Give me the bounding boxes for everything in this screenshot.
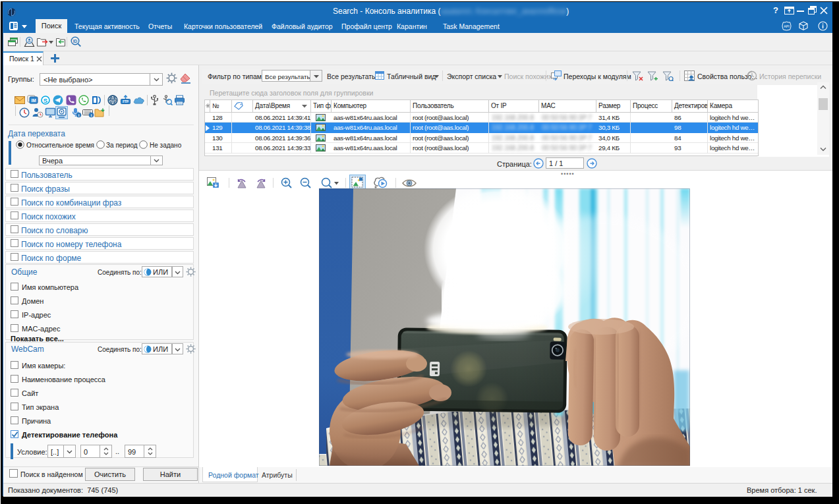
svg-text:FTP: FTP	[123, 100, 129, 103]
svg-text:ID: ID	[73, 38, 78, 43]
svg-text:HTTP: HTTP	[109, 99, 116, 101]
svg-text:API: API	[784, 24, 789, 28]
svg-text:IM: IM	[31, 98, 36, 103]
svg-text:S: S	[43, 96, 47, 103]
